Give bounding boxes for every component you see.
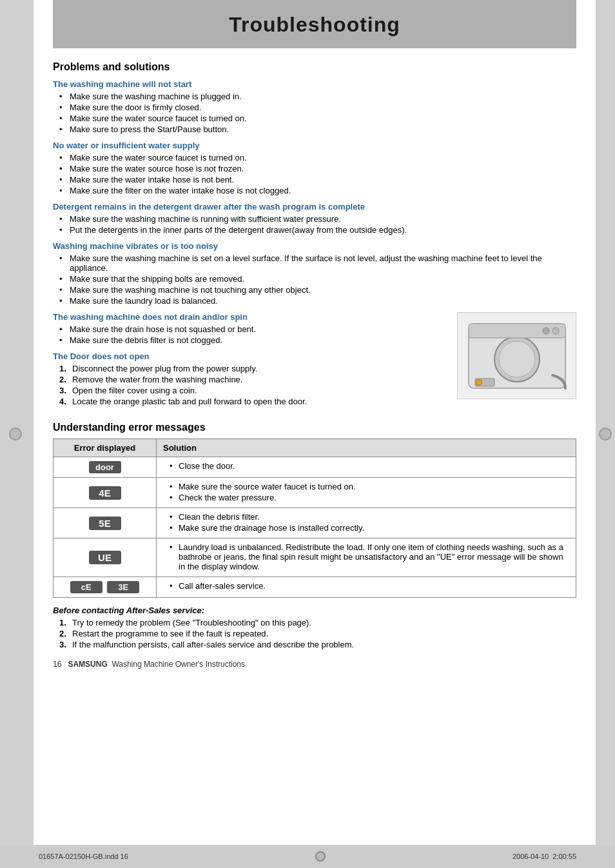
footer-file: 01657A-02150H-GB.indd 16 [39, 853, 128, 860]
footer-page-num: 16 [53, 660, 61, 669]
bottom-bar: 01657A-02150H-GB.indd 16 2006-04-10 2:00… [0, 845, 615, 868]
subsection-no-water: No water or insufficient water supply [53, 141, 576, 150]
footer-brand-text: 16 SAMSUNG Washing Machine Owner's Instr… [53, 660, 576, 669]
bullet-item: Put the detergents in the inner parts of… [59, 225, 576, 235]
footer-product: Washing Machine Owner's Instructions [112, 660, 245, 669]
step-item: 2.Restart the programme to see if the fa… [59, 629, 576, 638]
bullet-item: Make sure the water source faucet is tur… [59, 153, 576, 163]
solution-cell: Clean the debris filter. Make sure the d… [157, 508, 576, 538]
error-cell: 5E [54, 508, 157, 538]
solution-item: Make sure the drainage hose is installed… [170, 523, 569, 533]
right-sidebar-circle [599, 428, 612, 440]
page-wrapper: Troubleshooting Problems and solutions T… [0, 0, 615, 868]
error-badge-door: door [89, 461, 121, 473]
step-item: 1.Try to remedy the problem (See "Troubl… [59, 618, 576, 627]
bottom-bar-circle [315, 851, 326, 862]
bullets-no-water: Make sure the water source faucet is tur… [53, 153, 576, 195]
bullet-item: Make sure the debris filter is not clogg… [59, 335, 576, 345]
table-row: cE 3E Call after-sales service. [54, 577, 576, 598]
bullets-detergent: Make sure the washing machine is running… [53, 214, 576, 235]
page-title: Troubleshooting [59, 13, 570, 37]
solution-item: Make sure the source water faucet is tur… [170, 482, 569, 491]
step-item: 2.Remove the water from the washing mach… [59, 375, 576, 384]
bullet-item: Make sure the drain hose is not squashed… [59, 324, 576, 334]
solution-cell: Call after-sales service. [157, 577, 576, 598]
subsection-vibrates: Washing machine vibrates or is too noisy [53, 241, 576, 251]
error-badge-ce: cE [70, 581, 102, 593]
before-contacting-steps: 1.Try to remedy the problem (See "Troubl… [53, 618, 576, 649]
error-badge-3e: 3E [107, 581, 139, 593]
bullet-item: Make sure the door is firmly closed. [59, 103, 576, 112]
main-content: Troubleshooting Problems and solutions T… [34, 0, 596, 720]
bullet-item: Make sure that the shipping bolts are re… [59, 274, 576, 284]
subsection-detergent: Detergent remains in the detergent drawe… [53, 202, 576, 212]
bullets-vibrates: Make sure the washing machine is set on … [53, 253, 576, 306]
bullet-item: Make sure the washing machine is not tou… [59, 285, 576, 295]
error-section: Understanding error messages Error displ… [53, 422, 576, 598]
error-cell: cE 3E [54, 577, 157, 598]
bullet-item: Make sure the laundry load is balanced. [59, 296, 576, 306]
bullets-wont-start: Make sure the washing machine is plugged… [53, 92, 576, 134]
error-badge-ue: UE [89, 551, 121, 564]
right-sidebar [596, 0, 615, 868]
step-item: 3.If the malfunction persists, call afte… [59, 640, 576, 649]
solution-item: Laundry load is unbalanced. Redistribute… [170, 542, 569, 571]
table-row: UE Laundry load is unbalanced. Redistrib… [54, 538, 576, 577]
table-row: 5E Clean the debris filter. Make sure th… [54, 508, 576, 538]
solution-cell: Laundry load is unbalanced. Redistribute… [157, 538, 576, 577]
error-cell: UE [54, 538, 157, 577]
step-item: 1.Disconnect the power plug from the pow… [59, 364, 576, 373]
bullet-item: Make sure the water source hose is not f… [59, 164, 576, 173]
error-section-heading: Understanding error messages [53, 422, 576, 433]
drain-spin-section: The washing machine does not drain and/o… [53, 312, 576, 409]
footer-datetime: 2006-04-10 2:00:55 [512, 853, 576, 860]
solution-cell: Close the door. [157, 457, 576, 478]
bottom-bar-center [128, 851, 512, 862]
error-table: Error displayed Solution door Close the … [53, 439, 576, 598]
solution-item: Check the water pressure. [170, 493, 569, 502]
before-contacting-label: Before contacting After-Sales service: [53, 606, 576, 615]
title-banner: Troubleshooting [53, 0, 576, 48]
solution-item: Clean the debris filter. [170, 512, 569, 522]
bullet-item: Make sure the water intake hose is not b… [59, 175, 576, 184]
bullet-item: Make sure the filter on the water intake… [59, 186, 576, 195]
step-item: 3.Open the filter cover using a coin. [59, 386, 576, 395]
problems-heading: Problems and solutions [53, 61, 576, 73]
error-badge-5e: 5E [89, 517, 121, 530]
solution-item: Call after-sales service. [170, 581, 569, 591]
footer-brand: SAMSUNG [68, 660, 107, 669]
solution-cell: Make sure the source water faucet is tur… [157, 478, 576, 508]
left-sidebar [0, 0, 34, 868]
step-item: 4.Locate the orange plastic tab and pull… [59, 397, 576, 406]
error-cell: 4E [54, 478, 157, 508]
bullet-item: Make sure to press the Start/Pause butto… [59, 124, 576, 134]
solution-item: Close the door. [170, 461, 569, 471]
before-contacting-section: Before contacting After-Sales service: 1… [53, 606, 576, 649]
bullet-item: Make sure the washing machine is plugged… [59, 92, 576, 101]
col-solution-header: Solution [157, 439, 576, 457]
bullet-item: Make sure the water source faucet is tur… [59, 113, 576, 123]
error-cell: door [54, 457, 157, 478]
bullet-item: Make sure the washing machine is set on … [59, 253, 576, 273]
bullet-item: Make sure the washing machine is running… [59, 214, 576, 224]
subsection-wont-start: The washing machine will not start [53, 79, 576, 89]
left-sidebar-circle [9, 428, 22, 440]
col-error-header: Error displayed [54, 439, 157, 457]
error-badge-4e: 4E [89, 486, 121, 500]
table-row: door Close the door. [54, 457, 576, 478]
table-row: 4E Make sure the source water faucet is … [54, 478, 576, 508]
problems-section: Problems and solutions The washing machi… [53, 61, 576, 409]
